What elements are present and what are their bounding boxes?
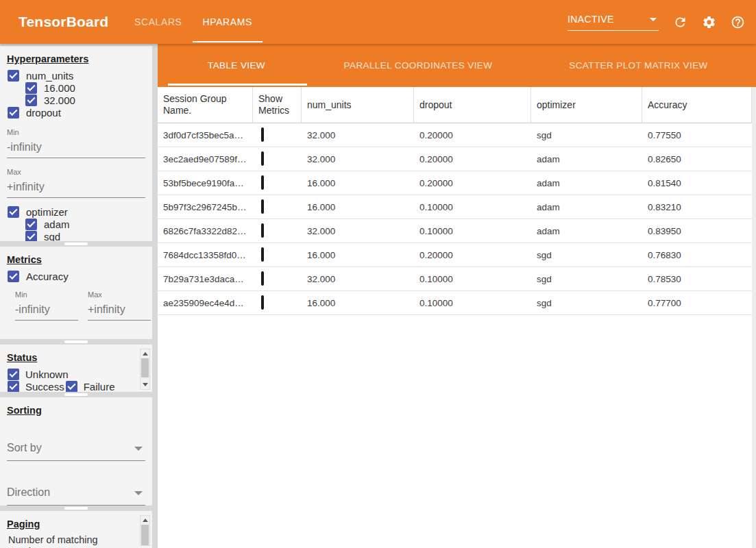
checked-checkbox-icon	[8, 381, 19, 393]
checkbox-status-unknown[interactable]: Unknown	[8, 368, 69, 380]
refresh-icon[interactable]	[673, 15, 687, 29]
scrollbar-thumb[interactable]	[141, 358, 149, 377]
scroll-up-icon[interactable]	[143, 519, 148, 522]
accuracy-value: 0.83950	[642, 226, 752, 236]
status-dropdown[interactable]: INACTIVE	[568, 14, 659, 31]
session-group-name: 5b97f3c2967245b…	[158, 202, 253, 212]
column-header-session-group-name[interactable]: Session Group Name.	[158, 87, 253, 123]
tab-scalars[interactable]: SCALARS	[124, 0, 193, 44]
max-input[interactable]: +infinity	[7, 176, 145, 198]
show-metrics-checkbox[interactable]	[261, 175, 264, 190]
checkbox-optimizer-adam[interactable]: adam	[0, 218, 152, 230]
column-header-accuracy[interactable]: Accuracy	[642, 87, 752, 123]
checked-checkbox-icon	[25, 95, 37, 106]
table-row: 6826c7fa3322d82… 32.000 0.10000 adam 0.8…	[158, 219, 752, 243]
checked-checkbox-icon	[66, 381, 77, 393]
column-header-dropout[interactable]: dropout	[414, 87, 531, 123]
chevron-down-icon	[134, 447, 143, 451]
status-heading: Status	[7, 352, 145, 363]
checkbox-accuracy[interactable]: Accuracy	[0, 270, 152, 282]
checkbox-num-units[interactable]: num_units	[0, 69, 152, 82]
status-scrollbar[interactable]	[140, 349, 150, 390]
tab-table-view[interactable]: TABLE VIEW	[158, 44, 315, 87]
panel-resize-handle[interactable]	[0, 241, 152, 247]
table-header-row: Session Group Name. Show Metrics num_uni…	[158, 87, 752, 123]
checked-checkbox-icon	[8, 107, 19, 119]
num-units-value: 32.000	[302, 226, 414, 236]
session-group-name: ae235909ec4e4d…	[158, 298, 253, 308]
min-input[interactable]: -infinity	[7, 136, 145, 158]
direction-value: Direction	[7, 486, 50, 498]
optimizer-value: sgd	[531, 250, 642, 260]
gear-icon[interactable]	[702, 15, 716, 29]
status-dropdown-value: INACTIVE	[568, 14, 614, 25]
checkbox-label: 16.000	[44, 82, 75, 94]
optimizer-value: sgd	[531, 274, 642, 284]
accuracy-value: 0.77700	[642, 298, 752, 308]
session-group-name: 6826c7fa3322d82…	[158, 226, 253, 236]
paging-scrollbar[interactable]	[140, 515, 150, 546]
filters-sidebar: Hyperparameters num_units 16.000 32.000 …	[0, 44, 152, 548]
num-units-value: 16.000	[302, 298, 414, 308]
checkbox-label: 32.000	[44, 95, 75, 106]
sorting-heading: Sorting	[7, 405, 145, 416]
status-options: Unknown Success Failure Running	[0, 368, 125, 392]
checked-checkbox-icon	[8, 369, 19, 380]
table-row: 3ec2aed9e07589f… 32.000 0.20000 adam 0.8…	[158, 147, 752, 171]
checkbox-dropout[interactable]: dropout	[0, 106, 152, 119]
tab-parallel-coordinates-view[interactable]: PARALLEL COORDINATES VIEW	[315, 44, 521, 87]
metrics-panel: Metrics Accuracy Min -infinity Max +infi…	[0, 247, 152, 339]
show-metrics-checkbox[interactable]	[261, 199, 264, 214]
checkbox-status-failure[interactable]: Failure	[66, 380, 115, 392]
checkbox-num-units-32[interactable]: 32.000	[0, 94, 152, 106]
show-metrics-checkbox[interactable]	[261, 151, 264, 166]
show-metrics-checkbox[interactable]	[261, 247, 264, 262]
hparams-main: TABLE VIEW PARALLEL COORDINATES VIEW SCA…	[158, 44, 756, 548]
accuracy-max-field: Max +infinity	[88, 290, 151, 321]
num-units-value: 32.000	[302, 154, 414, 164]
checkbox-num-units-16[interactable]: 16.000	[0, 82, 152, 94]
panel-resize-handle[interactable]	[0, 506, 152, 511]
min-input[interactable]: -infinity	[15, 299, 78, 321]
dropout-value: 0.20000	[414, 250, 531, 260]
tab-scatter-plot-matrix-view[interactable]: SCATTER PLOT MATRIX VIEW	[521, 44, 756, 87]
matching-groups-count: Number of matching session groups: 8	[8, 534, 132, 548]
help-icon[interactable]	[731, 15, 745, 29]
checkbox-optimizer[interactable]: optimizer	[0, 206, 152, 218]
min-label: Min	[15, 290, 78, 299]
checkbox-label: Unknown	[25, 369, 69, 380]
num-units-value: 16.000	[302, 202, 414, 212]
sort-by-select[interactable]: Sort by	[7, 438, 145, 461]
column-header-show-metrics[interactable]: Show Metrics	[253, 87, 302, 123]
scroll-up-icon[interactable]	[143, 352, 148, 356]
optimizer-value: adam	[531, 202, 642, 212]
direction-select[interactable]: Direction	[7, 482, 145, 506]
panel-resize-handle[interactable]	[0, 339, 152, 345]
dropout-value: 0.20000	[414, 178, 531, 188]
hyperparameters-heading: Hyperparameters	[7, 53, 145, 64]
column-header-optimizer[interactable]: optimizer	[531, 87, 642, 123]
show-metrics-checkbox[interactable]	[261, 295, 264, 310]
checkbox-status-success[interactable]: Success	[8, 380, 64, 392]
show-metrics-checkbox[interactable]	[261, 127, 264, 142]
show-metrics-checkbox[interactable]	[261, 223, 264, 238]
show-metrics-checkbox[interactable]	[261, 271, 264, 286]
checkbox-label: adam	[44, 219, 70, 230]
column-header-num-units[interactable]: num_units	[302, 87, 414, 123]
optimizer-value: adam	[531, 178, 642, 188]
scrollbar-thumb[interactable]	[141, 525, 149, 545]
accuracy-value: 0.76830	[642, 250, 752, 260]
max-label: Max	[7, 168, 145, 176]
dropout-value: 0.20000	[414, 154, 531, 164]
accuracy-value: 0.77550	[642, 130, 752, 140]
tab-hparams[interactable]: HPARAMS	[193, 0, 263, 44]
dropout-value: 0.10000	[414, 202, 531, 212]
sort-by-value: Sort by	[7, 442, 42, 453]
max-input[interactable]: +infinity	[88, 299, 151, 321]
panel-resize-handle[interactable]	[0, 392, 152, 397]
scroll-down-icon[interactable]	[143, 383, 148, 386]
checkbox-optimizer-sgd[interactable]: sgd	[0, 230, 152, 241]
checkbox-label: Accuracy	[26, 271, 69, 282]
session-group-name: 3df0d7cf35bec5a…	[158, 130, 253, 140]
table-row: 7684dcc13358fd0… 16.000 0.20000 sgd 0.76…	[158, 243, 752, 267]
